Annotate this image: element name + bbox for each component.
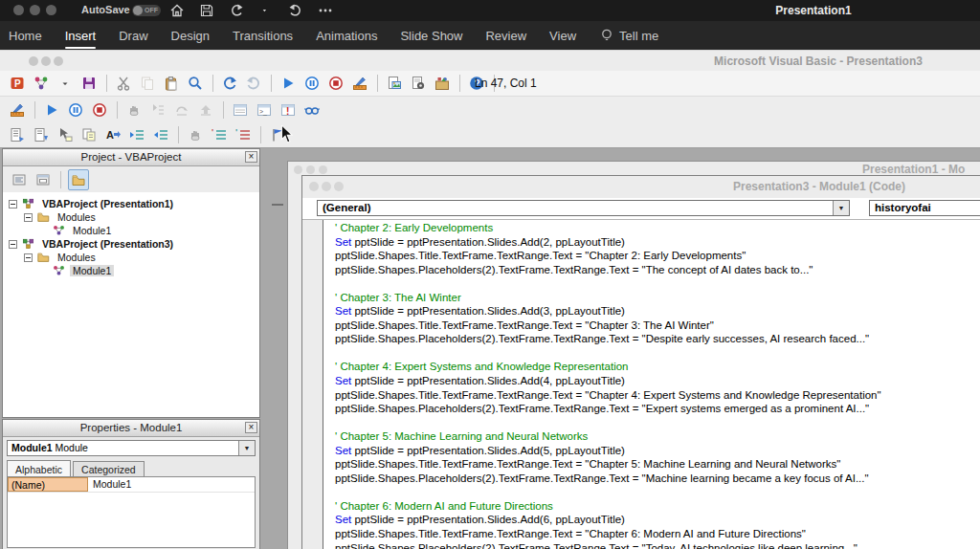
watch-window-icon[interactable]: ! <box>278 100 298 120</box>
save-outline-icon[interactable] <box>198 3 214 19</box>
ribbon-tab-home[interactable]: Home <box>9 25 42 47</box>
toggle-folders-icon[interactable] <box>68 169 89 190</box>
copy-icon[interactable] <box>138 74 157 93</box>
tree-item-module1[interactable]: Module1 <box>3 264 259 277</box>
ribbon-tab-design[interactable]: Design <box>171 25 210 47</box>
cut-icon[interactable] <box>114 74 133 93</box>
vb-close-traffic-light[interactable] <box>29 56 38 66</box>
property-name-cell[interactable]: (Name) <box>8 477 88 492</box>
project-explorer-icon[interactable] <box>385 74 404 93</box>
ribbon-tab-review[interactable]: Review <box>485 25 526 47</box>
hand-icon[interactable] <box>186 125 205 144</box>
properties-tab-alphabetic[interactable]: Alphabetic <box>7 460 71 476</box>
complete-word-icon[interactable]: A <box>103 125 122 144</box>
immediate-window-icon[interactable]: >_ <box>255 100 274 120</box>
properties-object-dropdown[interactable]: Module1 Module ▼ <box>7 440 256 456</box>
tree-item-vbaproject-presentation1-[interactable]: VBAProject (Presentation1) <box>3 197 259 210</box>
caret-down-icon[interactable] <box>257 3 274 19</box>
param-info-icon[interactable] <box>79 125 99 144</box>
run-icon[interactable] <box>42 100 61 120</box>
design-mode-icon[interactable] <box>350 74 369 93</box>
ribbon-tab-draw[interactable]: Draw <box>119 25 147 47</box>
ribbon-tab-insert[interactable]: Insert <box>65 25 97 47</box>
code-window-titlebar[interactable]: Presentation3 - Module1 (Code) <box>302 176 980 199</box>
zoom-traffic-light[interactable] <box>46 5 56 15</box>
ellipsis-icon[interactable] <box>317 3 333 19</box>
view-object-icon[interactable] <box>33 170 53 189</box>
minimize-traffic-light[interactable] <box>30 5 40 15</box>
collapse-expander-icon[interactable] <box>24 253 33 262</box>
back-zoom-dot[interactable] <box>319 165 327 174</box>
tree-item-module1[interactable]: Module1 <box>3 224 259 237</box>
step-out-icon[interactable] <box>196 100 215 120</box>
caret-down-sm-icon[interactable] <box>56 74 75 93</box>
ribbon-tab-view[interactable]: View <box>549 25 576 47</box>
view-code-icon[interactable] <box>10 170 29 189</box>
ribbon-tab-tell-me[interactable]: Tell me <box>599 24 658 47</box>
property-row[interactable]: (Name)Module1 <box>8 477 255 493</box>
code-zoom-dot[interactable] <box>334 182 344 191</box>
break-icon[interactable] <box>66 100 85 120</box>
code-minimize-dot[interactable] <box>322 182 331 191</box>
collapse-expander-icon[interactable] <box>24 213 33 222</box>
ribbon-tab-slide-show[interactable]: Slide Show <box>400 25 462 47</box>
find-icon[interactable] <box>186 74 205 93</box>
reset-icon[interactable] <box>326 74 345 93</box>
collapse-expander-icon[interactable] <box>9 240 17 249</box>
paste-icon[interactable] <box>162 74 181 93</box>
design-mode-icon[interactable] <box>8 100 27 120</box>
property-value-cell[interactable]: Module1 <box>88 477 136 492</box>
undo-mac-icon[interactable] <box>228 3 244 19</box>
object-dropdown[interactable]: (General) ▼ <box>317 200 850 216</box>
list-properties-icon[interactable] <box>8 125 27 144</box>
comment-block-icon[interactable]: ' <box>210 125 229 144</box>
line-column-indicator: Ln 47, Col 1 <box>475 77 537 90</box>
indent-icon[interactable] <box>127 125 146 144</box>
step-into-icon[interactable] <box>148 100 167 120</box>
object-dropdown-caret-icon[interactable]: ▼ <box>833 201 849 215</box>
run-icon[interactable] <box>278 74 298 93</box>
properties-tab-categorized[interactable]: Categorized <box>73 461 145 476</box>
vb-minimize-traffic-light[interactable] <box>41 56 51 66</box>
components-icon[interactable] <box>32 74 51 93</box>
tree-item-modules[interactable]: Modules <box>3 210 259 224</box>
tree-item-vbaproject-presentation3-[interactable]: VBAProject (Presentation3) <box>3 237 259 251</box>
properties-panel-header[interactable]: Properties - Module1 × <box>3 420 259 437</box>
save-icon[interactable] <box>79 74 99 93</box>
ribbon-tab-transitions[interactable]: Transitions <box>233 25 293 47</box>
locals-window-icon[interactable] <box>231 100 250 120</box>
code-editor[interactable]: ' Chapter 2: Early DevelopmentsSet pptSl… <box>323 220 980 549</box>
properties-panel-close-icon[interactable]: × <box>245 422 257 433</box>
uncomment-block-icon[interactable]: ' <box>234 125 253 144</box>
quick-info-icon[interactable] <box>56 125 75 144</box>
svg-text:': ' <box>212 127 213 137</box>
back-close-dot[interactable] <box>294 165 302 174</box>
properties-window-icon[interactable] <box>409 74 428 93</box>
object-browser-icon[interactable] <box>433 74 452 93</box>
project-panel-header[interactable]: Project - VBAProject × <box>3 149 259 166</box>
undo-icon[interactable] <box>220 74 239 93</box>
reset-icon[interactable] <box>90 100 109 120</box>
quick-watch-icon[interactable] <box>302 100 322 120</box>
tree-item-modules[interactable]: Modules <box>3 251 259 264</box>
ribbon-tab-animations[interactable]: Animations <box>316 25 377 47</box>
margin-indicator-bar[interactable] <box>302 220 323 549</box>
powerpoint-icon[interactable]: P <box>8 74 27 93</box>
redo-icon[interactable] <box>244 74 263 93</box>
outdent-icon[interactable] <box>151 125 170 144</box>
vb-zoom-traffic-light[interactable] <box>54 56 63 66</box>
break-icon[interactable] <box>302 74 322 93</box>
redo-mac-icon[interactable] <box>287 3 303 19</box>
project-panel-close-icon[interactable]: × <box>245 151 257 163</box>
step-over-icon[interactable] <box>172 100 191 120</box>
hand-icon[interactable] <box>124 100 144 120</box>
close-traffic-light[interactable] <box>13 5 24 15</box>
autosave-toggle[interactable]: OFF <box>132 5 161 16</box>
procedure-dropdown[interactable]: historyofai <box>869 200 980 216</box>
properties-dropdown-caret-icon[interactable]: ▼ <box>238 441 255 455</box>
code-close-dot[interactable] <box>309 182 319 191</box>
list-constants-icon[interactable] <box>32 125 51 144</box>
collapse-expander-icon[interactable] <box>9 200 17 209</box>
back-minimize-dot[interactable] <box>306 165 315 174</box>
home-icon[interactable] <box>168 3 185 19</box>
